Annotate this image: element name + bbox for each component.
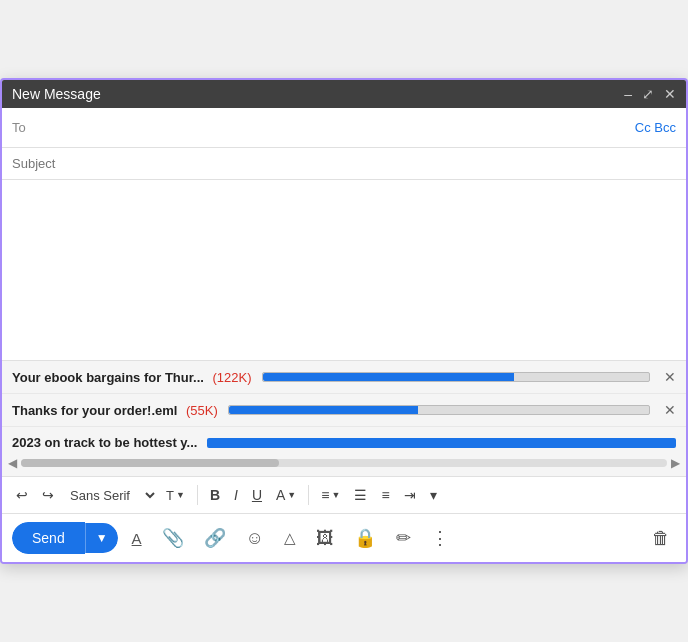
minimize-button[interactable]: –: [624, 86, 632, 102]
confidential-mode-button[interactable]: 🔒: [348, 523, 382, 553]
more-formatting-button[interactable]: ▾: [424, 483, 443, 507]
send-button-group: Send ▼: [12, 522, 118, 554]
toolbar-separator-1: [197, 485, 198, 505]
attachment-row: 2023 on track to be hottest y...: [2, 427, 686, 454]
scroll-left-arrow[interactable]: ◀: [8, 456, 17, 470]
subject-row: [2, 148, 686, 180]
compose-header: New Message – ⤢ ✕: [2, 80, 686, 108]
font-size-button[interactable]: T▼: [160, 484, 191, 507]
compose-window: New Message – ⤢ ✕ To Cc Bcc Your ebook b…: [0, 78, 688, 564]
attachment-2-size: (55K): [182, 403, 217, 418]
attachment-1-progress-container: [262, 370, 650, 384]
send-button[interactable]: Send: [12, 522, 85, 554]
toolbar-separator-2: [308, 485, 309, 505]
send-dropdown-button[interactable]: ▼: [85, 523, 118, 553]
bold-button[interactable]: B: [204, 483, 226, 507]
underline-button[interactable]: U: [246, 483, 268, 507]
font-family-select[interactable]: Sans Serif Serif Monospace: [62, 485, 158, 506]
attachment-1-size: (122K): [209, 370, 252, 385]
attachment-3-name: 2023 on track to be hottest y...: [12, 435, 197, 450]
redo-button[interactable]: ↪: [36, 483, 60, 507]
discard-button[interactable]: 🗑: [646, 524, 676, 553]
insert-link-button[interactable]: 🔗: [198, 523, 232, 553]
insert-drive-button[interactable]: △: [278, 525, 302, 551]
signature-button[interactable]: ✏: [390, 523, 417, 553]
attachment-1-close[interactable]: ✕: [664, 369, 676, 385]
to-row: To Cc Bcc: [2, 108, 686, 148]
attachment-row: Thanks for your order!.eml (55K) ✕: [2, 394, 686, 427]
attachment-2-progress-container: [228, 403, 650, 417]
attachment-1-name: Your ebook bargains for Thur...: [12, 370, 204, 385]
header-actions: – ⤢ ✕: [624, 86, 676, 102]
more-options-button[interactable]: ⋮: [425, 523, 455, 553]
scroll-track[interactable]: [21, 459, 667, 467]
format-text-button[interactable]: A: [126, 526, 148, 551]
attachments-area: Your ebook bargains for Thur... (122K) ✕…: [2, 360, 686, 476]
align-button[interactable]: ≡▼: [315, 483, 346, 507]
attachment-1-progress-fill: [263, 373, 514, 381]
attachment-2-progress-bar: [228, 405, 650, 415]
scroll-thumb: [21, 459, 279, 467]
to-label: To: [12, 120, 40, 135]
italic-button[interactable]: I: [228, 483, 244, 507]
close-button[interactable]: ✕: [664, 86, 676, 102]
attachment-1-progress-bar: [262, 372, 650, 382]
attachment-2-close[interactable]: ✕: [664, 402, 676, 418]
attachment-2-progress-fill: [229, 406, 418, 414]
attachment-row: Your ebook bargains for Thur... (122K) ✕: [2, 361, 686, 394]
indent-button[interactable]: ⇥: [398, 483, 422, 507]
attachment-2-name: Thanks for your order!.eml: [12, 403, 177, 418]
undo-button[interactable]: ↩: [10, 483, 34, 507]
formatting-toolbar: ↩ ↪ Sans Serif Serif Monospace T▼ B I U …: [2, 476, 686, 513]
compose-body[interactable]: [2, 180, 686, 360]
font-color-button[interactable]: A▼: [270, 483, 302, 507]
scroll-right-arrow[interactable]: ▶: [671, 456, 680, 470]
attach-file-button[interactable]: 📎: [156, 523, 190, 553]
scroll-row: ◀ ▶: [2, 454, 686, 476]
compose-title: New Message: [12, 86, 101, 102]
cc-bcc-button[interactable]: Cc Bcc: [635, 120, 676, 135]
ordered-list-button[interactable]: ☰: [348, 483, 373, 507]
insert-emoji-button[interactable]: ☺: [240, 524, 270, 553]
insert-photo-button[interactable]: 🖼: [310, 524, 340, 553]
compose-bottom-bar: Send ▼ A 📎 🔗 ☺ △ 🖼 🔒 ✏ ⋮ 🗑: [2, 513, 686, 562]
subject-input[interactable]: [12, 156, 676, 171]
to-input[interactable]: [40, 120, 635, 135]
attachment-3-progress-fill: [207, 438, 676, 448]
unordered-list-button[interactable]: ≡: [375, 483, 395, 507]
maximize-button[interactable]: ⤢: [642, 86, 654, 102]
